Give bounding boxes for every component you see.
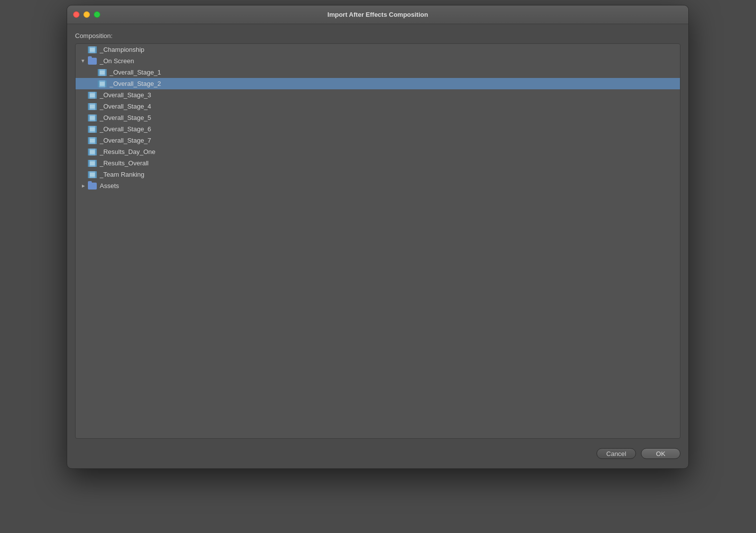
title-bar-buttons	[73, 11, 100, 18]
composition-label: Composition:	[75, 32, 680, 39]
tree-item-results-day-one[interactable]: _Results_Day_One	[76, 146, 680, 157]
minimize-button[interactable]	[83, 11, 90, 18]
item-label-overall-stage-1: _Overall_Stage_1	[110, 69, 161, 76]
tree-item-overall-stage-7[interactable]: _Overall_Stage_7	[76, 135, 680, 146]
tree-container[interactable]: _Championship ► _On Screen _Overa	[75, 43, 680, 439]
filmstrip-icon-stage-3	[87, 91, 97, 99]
tree-item-results-overall[interactable]: _Results_Overall	[76, 157, 680, 169]
tree-item-overall-stage-4[interactable]: _Overall_Stage_4	[76, 101, 680, 112]
filmstrip-icon-championship	[87, 46, 97, 54]
filmstrip-icon-stage-5	[87, 114, 97, 122]
item-label-overall-stage-2: _Overall_Stage_2	[110, 80, 161, 87]
item-label-assets: Assets	[100, 182, 119, 190]
close-button[interactable]	[73, 11, 80, 18]
expand-arrow-on-screen[interactable]: ►	[80, 57, 87, 65]
tree-item-championship[interactable]: _Championship	[76, 44, 680, 55]
filmstrip-icon-stage-4	[87, 103, 97, 111]
item-label-overall-stage-6: _Overall_Stage_6	[100, 125, 151, 133]
item-label-overall-stage-5: _Overall_Stage_5	[100, 114, 151, 121]
item-label-team-ranking: _Team Ranking	[100, 171, 144, 178]
filmstrip-icon-results-overall	[87, 159, 97, 167]
ok-button[interactable]: OK	[641, 448, 680, 459]
filmstrip-icon-team-ranking	[87, 171, 97, 179]
item-label-overall-stage-4: _Overall_Stage_4	[100, 103, 151, 110]
tree-item-overall-stage-3[interactable]: _Overall_Stage_3	[76, 89, 680, 101]
tree-item-overall-stage-6[interactable]: _Overall_Stage_6	[76, 123, 680, 135]
folder-icon-assets	[87, 182, 97, 190]
item-label-overall-stage-3: _Overall_Stage_3	[100, 91, 151, 99]
item-label-championship: _Championship	[100, 46, 144, 53]
item-label-results-overall: _Results_Overall	[100, 159, 149, 167]
item-label-overall-stage-7: _Overall_Stage_7	[100, 137, 151, 144]
maximize-button[interactable]	[94, 11, 100, 18]
window-title: Import After Effects Composition	[327, 11, 428, 18]
cancel-button[interactable]: Cancel	[597, 448, 636, 459]
item-label-results-day-one: _Results_Day_One	[100, 148, 156, 155]
item-label-on-screen: _On Screen	[100, 57, 134, 65]
filmstrip-icon-stage-2	[97, 80, 107, 88]
dialog-body: Composition: _Championship ► _On S	[67, 24, 688, 439]
filmstrip-icon-results-day-one	[87, 148, 97, 156]
dialog-overlay: Import After Effects Composition Composi…	[0, 0, 756, 533]
expand-arrow-assets[interactable]: ►	[80, 182, 87, 190]
tree-item-team-ranking[interactable]: _Team Ranking	[76, 169, 680, 180]
dialog: Import After Effects Composition Composi…	[67, 5, 689, 469]
filmstrip-icon-stage-7	[87, 137, 97, 145]
folder-icon-on-screen	[87, 57, 97, 65]
tree-item-on-screen[interactable]: ► _On Screen	[76, 55, 680, 67]
tree-item-overall-stage-1[interactable]: _Overall_Stage_1	[76, 67, 680, 78]
tree-item-overall-stage-5[interactable]: _Overall_Stage_5	[76, 112, 680, 123]
tree-item-assets[interactable]: ► Assets	[76, 180, 680, 191]
filmstrip-icon-stage-1	[97, 69, 107, 76]
dialog-footer: Cancel OK	[67, 439, 688, 468]
filmstrip-icon-stage-6	[87, 125, 97, 133]
title-bar: Import After Effects Composition	[67, 5, 688, 24]
tree-item-overall-stage-2[interactable]: _Overall_Stage_2	[76, 78, 680, 89]
